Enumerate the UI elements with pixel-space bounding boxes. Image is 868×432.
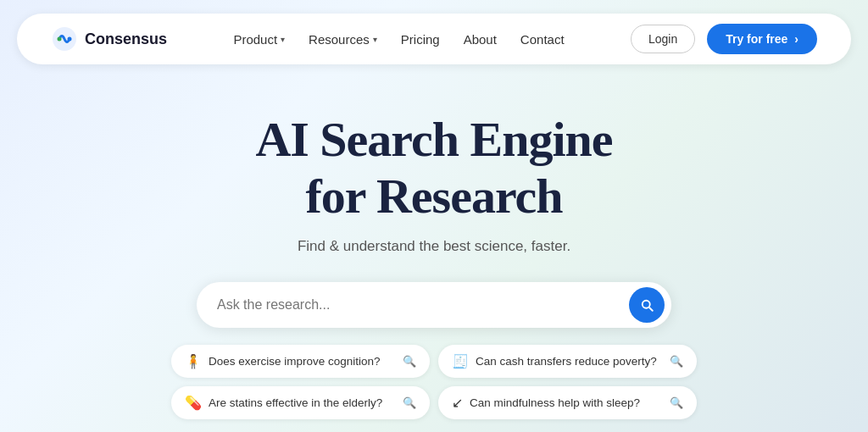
query-chip-statins[interactable]: 💊 Are statins effective in the elderly? … <box>171 386 430 419</box>
chevron-down-icon: ▾ <box>281 35 285 44</box>
brand-logo-icon <box>51 25 78 53</box>
navbar: Consensus Product ▾ Resources ▾ Pricing … <box>17 14 851 64</box>
cash-icon: 🧾 <box>452 353 469 369</box>
hero-title: AI Search Engine for Research <box>17 112 851 224</box>
svg-point-2 <box>68 37 72 42</box>
search-small-icon: 🔍 <box>670 396 683 409</box>
svg-point-1 <box>58 37 62 42</box>
query-chip-exercise[interactable]: 🧍 Does exercise improve cognition? 🔍 <box>171 345 430 378</box>
search-bar <box>197 282 671 328</box>
chevron-down-icon: ▾ <box>373 35 377 44</box>
example-queries-grid: 🧍 Does exercise improve cognition? 🔍 🧾 C… <box>171 345 697 419</box>
search-small-icon: 🔍 <box>403 396 416 409</box>
try-for-free-button[interactable]: Try for free › <box>707 24 817 54</box>
exercise-icon: 🧍 <box>185 353 202 369</box>
pill-icon: 💊 <box>185 395 202 411</box>
nav-links: Product ▾ Resources ▾ Pricing About Cont… <box>233 32 564 47</box>
search-icon <box>639 297 654 313</box>
nav-item-product[interactable]: Product ▾ <box>233 32 285 47</box>
search-small-icon: 🔍 <box>403 355 416 368</box>
nav-item-pricing[interactable]: Pricing <box>401 32 440 47</box>
login-button[interactable]: Login <box>631 25 695 53</box>
search-input[interactable] <box>217 297 629 313</box>
query-chip-cash-transfers[interactable]: 🧾 Can cash transfers reduce poverty? 🔍 <box>438 345 697 378</box>
nav-item-about[interactable]: About <box>464 32 497 47</box>
query-chip-mindfulness[interactable]: ↙ Can mindfulness help with sleep? 🔍 <box>438 386 697 419</box>
hero-section: AI Search Engine for Research Find & und… <box>0 78 868 432</box>
search-button[interactable] <box>629 287 665 323</box>
search-small-icon: 🔍 <box>670 355 683 368</box>
nav-item-resources[interactable]: Resources ▾ <box>309 32 377 47</box>
brand-name: Consensus <box>85 30 167 48</box>
hero-subtitle: Find & understand the best science, fast… <box>17 238 851 255</box>
nav-item-contact[interactable]: Contact <box>520 32 565 47</box>
logo-area[interactable]: Consensus <box>51 25 167 53</box>
nav-actions: Login Try for free › <box>631 24 817 54</box>
mindfulness-icon: ↙ <box>452 395 463 411</box>
arrow-icon: › <box>794 32 798 46</box>
